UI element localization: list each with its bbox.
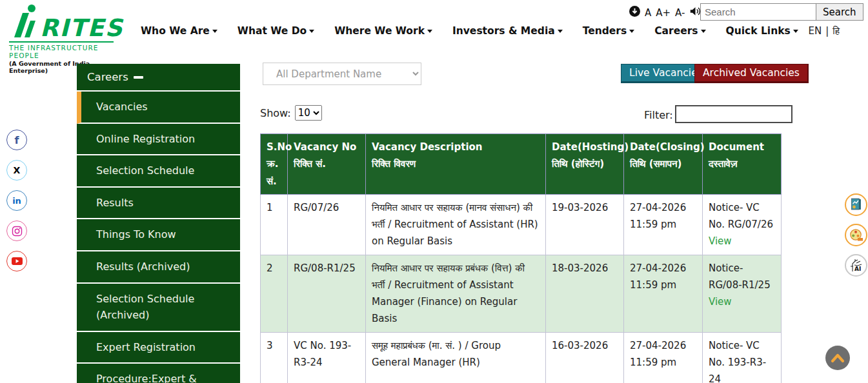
cell-date-closing: 27-04-2026 11:59 pm [624,194,703,255]
table-row: 2 RG/08-R1/25 नियमित आधार पर सहायक प्रबं… [261,255,782,332]
font-size-normal-button[interactable]: A [645,7,651,19]
sidebar-item-results-archived[interactable]: Results (Archived) [77,251,240,284]
col-header-vacancy-no[interactable]: Vacancy Noरिक्ति सं. [288,134,366,195]
table-row: 3 VC No. 193-R3-24 समूह महाप्रबंधक (मा. … [261,332,782,383]
sidebar-item-online-registration[interactable]: Online Registration [77,124,240,156]
rites-logo-mark-icon [9,4,39,40]
vacancies-table: S.Noक्र. सं. Vacancy Noरिक्ति सं. Vacanc… [260,133,782,383]
facebook-icon[interactable]: f [6,130,27,150]
show-entries-control: Show: 10 [260,105,322,121]
archived-vacancies-button[interactable]: Archived Vacancies [694,64,809,83]
department-filter-select[interactable]: All Department Name [263,63,421,85]
sidebar-item-results[interactable]: Results [77,188,240,220]
sidebar-item-vacancies[interactable]: Vacancies [77,92,240,124]
scroll-to-top-button[interactable] [825,346,850,370]
chevron-down-icon [701,30,706,33]
cell-date-closing: 27-04-2026 11:59 pm [624,332,703,383]
table-header-row: S.Noक्र. सं. Vacancy Noरिक्ति सं. Vacanc… [261,134,782,195]
chevron-up-icon [830,353,845,363]
nav-tenders[interactable]: Tenders [583,25,635,37]
x-twitter-icon[interactable]: X [6,160,27,181]
col-header-description[interactable]: Vacancy Descriptionरिक्ति विवरण [366,134,546,195]
lang-hi-button[interactable]: हि [833,25,840,37]
sidebar-item-things-to-know[interactable]: Things To Know [77,219,240,251]
sidebar-item-selection-schedule-archived[interactable]: Selection Schedule (Archived) [77,284,240,332]
lang-en-button[interactable]: EN [809,25,822,37]
cell-document: Notice- RG/08-R1/25 View [703,255,782,332]
cell-date-hosting: 19-03-2026 [546,194,624,255]
cell-sno: 1 [261,194,288,255]
chevron-down-icon [793,30,798,33]
nav-what-we-do[interactable]: What We Do [237,25,314,37]
accessibility-bar: A A+ A- [629,6,701,19]
cell-date-closing: 27-04-2026 11:59 pm [624,255,703,332]
skip-to-content-icon[interactable] [629,6,640,19]
view-document-link[interactable]: View [709,293,732,310]
filter-label: Filter: [644,109,673,121]
col-header-sno[interactable]: S.Noक्र. सं. [261,134,288,195]
sidebar-header-careers[interactable]: Careers [77,64,240,92]
filter-input[interactable] [675,105,792,123]
chevron-down-icon [427,30,432,33]
sidebar-item-selection-schedule[interactable]: Selection Schedule [77,155,240,188]
ai-assistant-icon[interactable]: AI [845,254,867,277]
language-switch: EN | हि [809,25,840,37]
site-header: RITES THE INFRASTRUCTURE PEOPLE (A Gover… [0,0,868,59]
video-gallery-icon[interactable] [845,224,867,246]
instagram-icon[interactable] [6,221,27,241]
font-size-decrease-button[interactable]: A- [675,7,685,19]
font-size-increase-button[interactable]: A+ [656,7,671,19]
view-document-link[interactable]: View [709,233,732,250]
col-header-document[interactable]: Documentदस्तावेज़ [703,134,782,195]
main-nav: Who We Are What We Do Where We Work Inve… [141,25,798,37]
social-links: f X in [6,130,27,271]
svg-text:AI: AI [854,266,861,272]
linkedin-icon[interactable]: in [6,190,27,211]
nav-quick-links[interactable]: Quick Links [726,25,798,37]
chevron-down-icon [309,30,314,33]
cell-document: Notice- VC No. RG/07/26 View [703,194,782,255]
document-title: Notice- VC No. RG/07/26 [709,199,775,233]
cell-date-hosting: 18-03-2026 [546,255,624,332]
cell-sno: 3 [261,332,288,383]
col-header-date-closing[interactable]: Date(Closing)तिथि (समापन) [624,134,703,195]
nav-where-we-work[interactable]: Where We Work [334,25,432,37]
cell-vacancy-no: RG/07/26 [288,194,366,255]
show-label: Show: [260,107,291,119]
nav-investors-media[interactable]: Investors & Media [452,25,563,37]
careers-sidebar: Careers Vacancies Online Registration Se… [77,64,240,383]
chevron-down-icon [212,30,217,33]
document-title: Notice- VC No. 193-R3-24 [709,337,775,383]
col-header-date-hosting[interactable]: Date(Hosting)तिथि (होस्टिंग) [546,134,624,195]
show-entries-select[interactable]: 10 [295,105,322,121]
cell-description: नियमित आधार पर सहायक (मानव संसाधन) की भर… [366,194,546,255]
document-title: Notice- RG/08-R1/25 [709,260,775,294]
search-button[interactable]: Search [816,3,863,21]
cell-description: समूह महाप्रबंधक (मा. सं. ) / Group Gener… [366,332,546,383]
cell-date-hosting: 16-03-2026 [546,332,624,383]
annual-report-icon[interactable] [845,193,867,216]
cell-description: नियमित आधार पर सहायक प्रबंधक (वित्त) की … [366,255,546,332]
logo-tagline: THE INFRASTRUCTURE PEOPLE [9,44,125,59]
cell-vacancy-no: RG/08-R1/25 [288,255,366,332]
chevron-down-icon [629,30,634,33]
header-search: Search [700,3,863,21]
cell-document: Notice- VC No. 193-R3-24 View Notice- In… [703,332,782,383]
nav-careers[interactable]: Careers [654,25,705,37]
table-row: 1 RG/07/26 नियमित आधार पर सहायक (मानव सं… [261,194,782,255]
nav-who-we-are[interactable]: Who We Are [141,25,217,37]
sidebar-item-procedure-expert-consultant[interactable]: Procedure:Expert & Consultant [77,364,240,383]
cell-vacancy-no: VC No. 193-R3-24 [288,332,366,383]
cell-sno: 2 [261,255,288,332]
logo-brand-text: RITES [40,16,123,40]
rites-careers-page: RITES THE INFRASTRUCTURE PEOPLE (A Gover… [0,0,868,383]
collapse-minus-icon [134,76,143,79]
search-input[interactable] [700,3,816,21]
sidebar-item-expert-registration[interactable]: Expert Registration [77,332,240,364]
lang-separator: | [825,25,829,37]
youtube-icon[interactable] [6,251,27,271]
chevron-down-icon [558,30,563,33]
